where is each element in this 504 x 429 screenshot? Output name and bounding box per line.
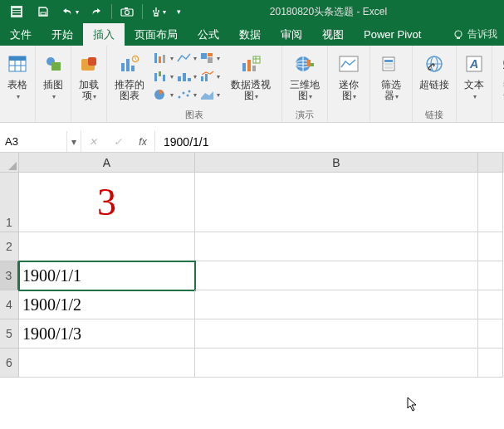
save-icon[interactable]	[30, 0, 56, 23]
tab-data[interactable]: 数据	[229, 23, 271, 46]
tab-powerpivot[interactable]: Power Pivot	[354, 23, 431, 46]
svg-rect-3	[12, 13, 21, 15]
svg-point-38	[182, 92, 184, 95]
row-header-5[interactable]: 5	[0, 319, 19, 349]
group-addins: 加载 项▾	[71, 46, 107, 122]
name-box-input[interactable]	[0, 135, 66, 148]
svg-point-39	[186, 95, 188, 97]
qat-divider	[142, 4, 143, 19]
3d-map-button[interactable]: 三维地 图▾	[286, 48, 324, 104]
row-header-3[interactable]: 3	[0, 261, 19, 290]
cell-c6[interactable]	[478, 349, 503, 378]
enter-icon[interactable]: ✓	[110, 136, 126, 148]
col-header-a[interactable]: A	[19, 153, 195, 173]
text-label: 文本	[464, 80, 484, 90]
tab-review[interactable]: 审阅	[271, 23, 312, 46]
tell-me[interactable]: 告诉我	[446, 27, 504, 41]
illustrations-button[interactable]: 插图▾	[39, 48, 67, 104]
camera-icon[interactable]	[114, 0, 140, 23]
title-bar: ▾ ▾ ▾ 20180820头条选题 - Excel	[0, 0, 504, 23]
col-header-b[interactable]: B	[195, 153, 478, 173]
sparkline-icon	[339, 56, 359, 72]
filters-button[interactable]: 筛选器▾	[374, 48, 409, 104]
scatter-chart-icon[interactable]: ▾	[175, 86, 197, 103]
svg-rect-15	[51, 62, 61, 71]
fx-icon[interactable]: fx	[135, 136, 151, 148]
row-header-2[interactable]: 2	[0, 232, 19, 261]
cell-a4[interactable]: 1900/1/2	[19, 290, 195, 319]
cell-c2[interactable]	[478, 232, 503, 261]
row-header-1[interactable]: 1	[0, 173, 19, 232]
tab-layout[interactable]: 页面布局	[125, 23, 188, 46]
cell-b2[interactable]	[195, 232, 478, 261]
cell-a5[interactable]: 1900/1/3	[19, 319, 195, 349]
pie-chart-icon[interactable]: ▾	[152, 86, 174, 103]
stat-chart-icon[interactable]: ▾	[175, 68, 197, 85]
cell-c4[interactable]	[478, 290, 503, 319]
cell-c1[interactable]	[478, 173, 503, 232]
touch-mode-icon[interactable]: ▾	[144, 0, 171, 23]
tab-view[interactable]: 视图	[312, 23, 354, 46]
qat-customize-icon[interactable]: ▾	[171, 0, 186, 23]
hyperlink-button[interactable]: 超链接	[416, 48, 453, 92]
select-all-corner[interactable]	[0, 153, 19, 173]
row-header-4[interactable]: 4	[0, 290, 19, 319]
text-button[interactable]: A 文本▾	[460, 48, 488, 104]
undo-icon[interactable]: ▾	[56, 0, 83, 23]
redo-icon[interactable]	[83, 0, 110, 23]
cell-b6[interactable]	[195, 349, 478, 378]
svg-rect-53	[384, 60, 393, 62]
cells-area[interactable]: 3 1900/1/1 1900/1/2 1900/1/3	[19, 173, 504, 429]
row-header-6[interactable]: 6	[0, 349, 19, 378]
qat-divider	[111, 4, 112, 19]
tab-home[interactable]: 开始	[42, 23, 83, 46]
name-box[interactable]: ▾	[0, 131, 81, 152]
tab-file[interactable]: 文件	[0, 23, 42, 46]
addins-button[interactable]: 加载 项▾	[75, 48, 103, 104]
window-title: 20180820头条选题 - Excel	[186, 5, 504, 19]
combo-chart-icon[interactable]: ▾	[198, 68, 220, 85]
cell-b5[interactable]	[195, 319, 478, 349]
hierarchy-chart-icon[interactable]: ▾	[198, 50, 220, 66]
excel-app-icon[interactable]	[3, 0, 30, 23]
svg-rect-25	[201, 53, 207, 59]
cell-a2[interactable]	[19, 232, 195, 261]
svg-rect-26	[208, 53, 213, 56]
cancel-icon[interactable]: ✕	[85, 136, 101, 148]
cell-b1[interactable]	[195, 173, 478, 232]
svg-point-6	[125, 11, 130, 15]
tables-label: 表格	[7, 80, 27, 90]
recommended-charts-button[interactable]: 推荐的 图表	[110, 48, 149, 103]
cell-b3[interactable]	[195, 261, 478, 290]
tab-formulas[interactable]: 公式	[188, 23, 229, 46]
cell-b4[interactable]	[195, 290, 478, 319]
cell-a1[interactable]: 3	[19, 173, 195, 232]
waterfall-chart-icon[interactable]: ▾	[152, 68, 174, 85]
svg-rect-22	[154, 53, 157, 63]
cell-a6[interactable]	[19, 349, 195, 378]
name-box-dropdown-icon[interactable]: ▾	[66, 131, 80, 152]
svg-rect-31	[178, 76, 181, 81]
svg-rect-44	[253, 56, 260, 63]
svg-rect-4	[41, 12, 46, 15]
cell-a3[interactable]: 1900/1/1	[19, 261, 195, 290]
svg-rect-23	[159, 56, 161, 63]
group-sparklines: 迷你图▾	[328, 46, 370, 122]
formula-input[interactable]	[155, 131, 504, 152]
cell-c5[interactable]	[478, 319, 503, 349]
group-links: 超链接 链接	[413, 46, 457, 122]
symbols-button[interactable]: Ω 符号	[496, 48, 504, 103]
recommended-label: 推荐的 图表	[115, 80, 144, 101]
group-tables: 表格▾	[0, 46, 36, 122]
tab-insert[interactable]: 插入	[83, 23, 125, 46]
surface-chart-icon[interactable]: ▾	[198, 86, 220, 103]
column-headers: A B	[19, 153, 504, 173]
pivot-chart-button[interactable]: 数据透视图▾	[223, 48, 278, 104]
tables-button[interactable]: 表格▾	[3, 48, 32, 104]
col-header-c[interactable]	[478, 153, 503, 173]
bar-chart-icon[interactable]: ▾	[152, 50, 174, 66]
cell-c3[interactable]	[478, 261, 503, 290]
line-chart-icon[interactable]: ▾	[175, 50, 197, 66]
svg-rect-2	[12, 11, 21, 12]
sparklines-button[interactable]: 迷你图▾	[331, 48, 366, 104]
